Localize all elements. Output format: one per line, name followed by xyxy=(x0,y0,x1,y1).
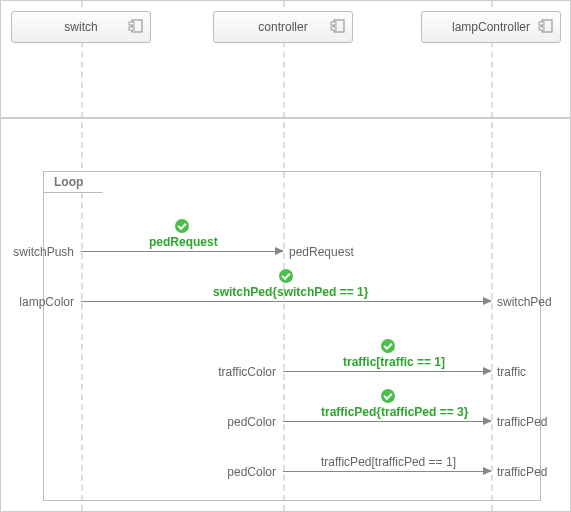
sequence-diagram-canvas: switch controller lampController Loop pe… xyxy=(0,0,571,512)
message-recv-gate: pedRequest xyxy=(289,245,354,259)
lifeline-switch[interactable]: switch xyxy=(11,11,151,43)
message-switchped[interactable] xyxy=(81,301,491,302)
message-send-gate: lampColor xyxy=(19,295,74,309)
message-send-gate: trafficColor xyxy=(218,365,276,379)
message-label: traffic[traffic == 1] xyxy=(343,355,445,369)
message-label: trafficPed[trafficPed == 1] xyxy=(321,455,456,469)
lifeline-label: lampController xyxy=(452,20,530,34)
svg-rect-7 xyxy=(539,22,544,25)
svg-rect-2 xyxy=(129,27,134,30)
svg-rect-4 xyxy=(331,22,336,25)
message-pedrequest[interactable] xyxy=(81,251,283,252)
status-ok-icon xyxy=(279,269,293,283)
loop-operator-tab: Loop xyxy=(43,171,113,193)
svg-rect-5 xyxy=(331,27,336,30)
message-trafficped-3[interactable] xyxy=(283,421,491,422)
message-traffic[interactable] xyxy=(283,371,491,372)
message-recv-gate: trafficPed xyxy=(497,465,547,479)
message-trafficped-1[interactable] xyxy=(283,471,491,472)
component-icon xyxy=(538,18,554,34)
status-ok-icon xyxy=(381,389,395,403)
loop-label: Loop xyxy=(54,175,83,189)
message-label: pedRequest xyxy=(149,235,218,249)
lifeline-controller[interactable]: controller xyxy=(213,11,353,43)
header-separator xyxy=(1,117,570,119)
message-label: switchPed{switchPed == 1} xyxy=(213,285,368,299)
message-recv-gate: traffic xyxy=(497,365,526,379)
message-recv-gate: trafficPed xyxy=(497,415,547,429)
lifeline-label: switch xyxy=(64,20,97,34)
message-recv-gate: switchPed xyxy=(497,295,552,309)
component-icon xyxy=(128,18,144,34)
status-ok-icon xyxy=(175,219,189,233)
lifeline-label: controller xyxy=(258,20,307,34)
message-label: trafficPed{trafficPed == 3} xyxy=(321,405,468,419)
status-ok-icon xyxy=(381,339,395,353)
component-icon xyxy=(330,18,346,34)
loop-fragment[interactable]: Loop xyxy=(43,171,541,501)
message-send-gate: switchPush xyxy=(13,245,74,259)
svg-rect-8 xyxy=(539,27,544,30)
svg-rect-1 xyxy=(129,22,134,25)
message-send-gate: pedColor xyxy=(227,465,276,479)
message-send-gate: pedColor xyxy=(227,415,276,429)
lifeline-lampcontroller[interactable]: lampController xyxy=(421,11,561,43)
